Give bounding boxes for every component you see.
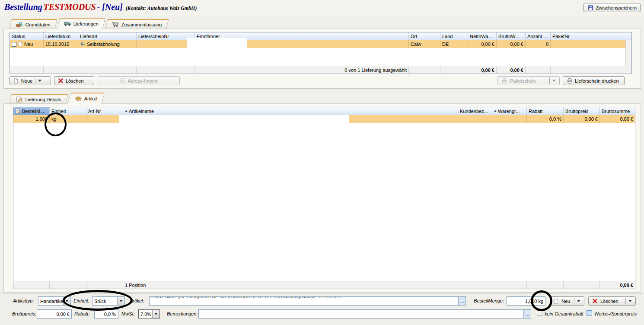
shopping-cart-icon (112, 22, 119, 28)
page-title: Bestellung TESTMODUS - [Neu] (Kontakt: A… (4, 2, 197, 12)
col-bruttowarenwert[interactable]: BruttoW... (497, 32, 526, 40)
title-bar: Bestellung TESTMODUS - [Neu] (Kontakt: A… (0, 0, 644, 16)
werbe-sonderpreis-label: Werbe-/Sonderpreis (594, 311, 637, 316)
col-land[interactable]: Land (440, 32, 468, 40)
mwst-dropdown[interactable]: 7.0% (138, 309, 160, 319)
adress-import-button[interactable]: Adress-Import (98, 76, 180, 85)
annotation-circle-einheit-kg (45, 113, 67, 136)
row-checkbox[interactable] (12, 42, 16, 47)
col-rabatt[interactable]: Rabatt (527, 107, 564, 115)
adress-import-label: Adress-Import (128, 78, 157, 84)
button-divider (549, 77, 550, 84)
tab-artikel-label: Artikel (84, 96, 97, 101)
bemerkungen-label: Bemerkungen: (167, 311, 198, 316)
kein-gesamtrabatt-label: kein Gesamtrabatt (545, 311, 583, 316)
zwischenspeichern-button[interactable]: Zwischenspeichern (583, 3, 641, 12)
article-menge-cell: 1,000 (13, 115, 50, 123)
tab-lieferungen[interactable]: Lieferungen (57, 18, 106, 29)
dropdown-arrow-icon (154, 313, 158, 315)
article-kundenbez-cell (458, 115, 492, 123)
article-rabatt-cell: 0,0 % (527, 115, 564, 123)
deliveries-vertical-scrollbar[interactable] (625, 40, 631, 66)
sort-asc-icon (494, 110, 497, 112)
title-mode: TESTMODUS (44, 2, 96, 12)
artikel-browse-button[interactable]: ... (458, 297, 465, 305)
bemerkungen-field[interactable]: ... (198, 309, 531, 319)
neu-artikel-label: Neu (561, 299, 570, 304)
tab-artikel[interactable]: Artikel (67, 93, 104, 104)
col-lieferart[interactable]: Lieferart (78, 32, 137, 40)
col-status[interactable]: Status (10, 32, 44, 40)
sort-asc-icon (125, 110, 128, 112)
annotation-circle-bestellmenge-kg (531, 290, 552, 311)
new-document-icon (554, 298, 559, 304)
dropdown-arrow-icon[interactable] (577, 300, 580, 302)
col-bestellmenge[interactable]: BestellM... (13, 107, 50, 115)
dropdown-arrow-icon[interactable] (628, 300, 632, 302)
lieferschein-drucken-button[interactable]: Lieferschein drucken (563, 76, 625, 85)
articles-header-row: BestellM... Einheit Art-Nr Artikelname K… (13, 107, 635, 115)
loeschen-lieferung-button[interactable]: Löschen (54, 76, 94, 85)
artikel-value-clipped: Ford Fokus 1j02 Fahrgestell Nr.: WF0AXXG… (151, 297, 341, 299)
button-divider (574, 298, 574, 304)
col-paketnr[interactable]: PaketNr (551, 32, 631, 40)
rabatt-input[interactable]: 0,0 % (94, 309, 118, 319)
col-lieferscheinnr[interactable]: LieferscheinNr (137, 32, 195, 40)
new-document-icon (13, 78, 19, 84)
mwst-label: MwSt: (121, 311, 135, 316)
articles-footer-row: 1 Position 0,00 € (13, 281, 635, 289)
col-bruttopreis[interactable]: Bruttopreis (564, 107, 600, 115)
tab-lieferungen-label: Lieferungen (73, 21, 99, 26)
bestellmenge-label: BestellMenge: (472, 298, 504, 303)
col-bruttosumme[interactable]: Bruttosumme (600, 107, 635, 115)
artikel-field[interactable]: Ford Fokus 1j02 Fahrgestell Nr.: WF0AXXG… (149, 296, 466, 306)
delivery-anzahl-cell: 0 (526, 40, 551, 48)
deliveries-header-row: Status Lieferdatum Lieferart Lieferschei… (10, 32, 631, 40)
col-anzahl[interactable]: Anzahl ... (526, 32, 551, 40)
rabatt-label: Rabatt: (74, 311, 89, 316)
delivery-netto-cell: 0,00 € (468, 40, 497, 48)
lieferschein-drucken-label: Lieferschein drucken (575, 78, 619, 84)
werbe-sonderpreis-checkbox[interactable] (587, 310, 592, 316)
col-nettowarenwert[interactable]: NettoWa... (468, 32, 497, 40)
dropdown-button[interactable] (152, 310, 159, 318)
floppy-disk-icon (587, 5, 594, 11)
col-ort[interactable]: Ort (409, 32, 440, 40)
document-pen-icon (16, 97, 23, 103)
redaction-box-artikelname (119, 115, 349, 123)
col-artikelname[interactable]: Artikelname (123, 107, 458, 115)
col-warengruppe[interactable]: Warengr... (492, 107, 527, 115)
tab-grunddaten[interactable]: Grunddaten (9, 19, 57, 29)
delivery-row[interactable]: Neu 15.10.2015 Selbstabholung Calw DE 0,… (10, 40, 631, 48)
selection-status: 0 von 1 Lieferung ausgewählt (195, 66, 409, 74)
document-icon (18, 41, 23, 47)
delivery-art-cell: Selbstabholung (78, 40, 137, 48)
bruttopreis-label: Bruttopreis: (12, 311, 36, 316)
delivery-ort-cell: Calw (409, 40, 440, 48)
artikel-bun-icon (74, 96, 82, 102)
tab-lieferung-details[interactable]: Lieferung Details (9, 94, 68, 104)
tab-zusammenfassung[interactable]: Zusammenfassung (105, 19, 169, 29)
neue-lieferung-button[interactable]: Neue (10, 76, 51, 85)
tab-lieferung-details-label: Lieferung Details (26, 97, 61, 102)
neu-artikel-button[interactable]: Neu (550, 296, 584, 306)
paketschein-button[interactable]: Paketschein (497, 76, 560, 85)
col-kundenbez[interactable]: Kundenbez... (458, 107, 492, 115)
col-artnr[interactable]: Art-Nr (86, 107, 123, 115)
dropdown-arrow-icon[interactable] (38, 80, 41, 82)
redaction-box-empfaenger (187, 38, 247, 50)
detail-tab-strip: Lieferung Details Artikel (10, 92, 103, 104)
address-card-icon (120, 78, 125, 84)
tab-grunddaten-label: Grunddaten (26, 22, 51, 27)
truck-icon (64, 21, 71, 27)
col-lieferdatum[interactable]: Lieferdatum (44, 32, 78, 40)
delivery-brutto-cell: 0,00 € (497, 40, 526, 48)
dropdown-arrow-icon[interactable] (552, 80, 556, 82)
neue-label: Neue (21, 78, 32, 84)
article-bruttopreis-cell: 0,00 € (564, 115, 600, 123)
main-tab-strip: Grunddaten Lieferungen Zusammenfassung (10, 17, 168, 29)
bruttopreis-input[interactable]: 0,00 € (37, 309, 72, 319)
bemerkungen-browse-button[interactable]: ... (523, 310, 531, 318)
loeschen-artikel-button[interactable]: Löschen (588, 296, 636, 306)
delivery-date-cell: 15.10.2015 (44, 40, 78, 48)
